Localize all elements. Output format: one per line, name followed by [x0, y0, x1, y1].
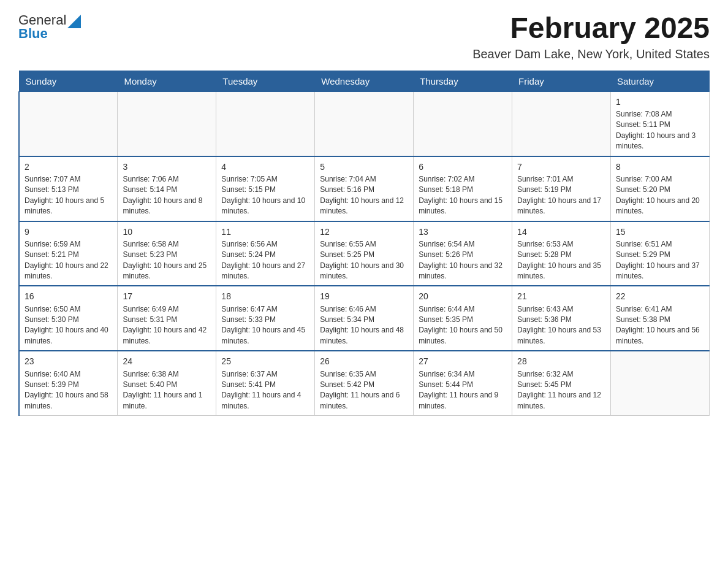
day-number: 13: [419, 226, 507, 238]
day-info: Sunrise: 6:43 AMSunset: 5:36 PMDaylight:…: [517, 304, 605, 347]
calendar-cell: [611, 351, 710, 415]
calendar-cell: 22Sunrise: 6:41 AMSunset: 5:38 PMDayligh…: [611, 286, 710, 351]
calendar-cell: 9Sunrise: 6:59 AMSunset: 5:21 PMDaylight…: [19, 221, 118, 286]
day-info: Sunrise: 6:53 AMSunset: 5:28 PMDaylight:…: [517, 239, 605, 282]
calendar-cell: 11Sunrise: 6:56 AMSunset: 5:24 PMDayligh…: [216, 221, 315, 286]
day-info: Sunrise: 7:07 AMSunset: 5:13 PMDaylight:…: [25, 174, 112, 217]
day-number: 1: [616, 96, 704, 108]
day-number: 21: [517, 290, 605, 302]
day-info: Sunrise: 6:35 AMSunset: 5:42 PMDaylight:…: [320, 369, 408, 412]
calendar-cell: 4Sunrise: 7:05 AMSunset: 5:15 PMDaylight…: [216, 156, 315, 221]
calendar-cell: 5Sunrise: 7:04 AMSunset: 5:16 PMDaylight…: [315, 156, 414, 221]
day-number: 10: [123, 226, 211, 238]
day-number: 27: [419, 355, 507, 367]
day-info: Sunrise: 6:34 AMSunset: 5:44 PMDaylight:…: [419, 369, 507, 412]
calendar-cell: 17Sunrise: 6:49 AMSunset: 5:31 PMDayligh…: [118, 286, 216, 351]
day-number: 20: [419, 290, 507, 302]
calendar-week-row: 2Sunrise: 7:07 AMSunset: 5:13 PMDaylight…: [19, 156, 710, 221]
weekday-header-saturday: Saturday: [611, 71, 710, 91]
calendar-cell: 26Sunrise: 6:35 AMSunset: 5:42 PMDayligh…: [315, 351, 414, 415]
day-info: Sunrise: 6:49 AMSunset: 5:31 PMDaylight:…: [123, 304, 211, 347]
logo: General Blue: [18, 12, 81, 42]
calendar-cell: 7Sunrise: 7:01 AMSunset: 5:19 PMDaylight…: [512, 156, 611, 221]
logo-blue-text: Blue: [18, 26, 48, 42]
day-number: 12: [320, 226, 408, 238]
calendar-cell: 12Sunrise: 6:55 AMSunset: 5:25 PMDayligh…: [315, 221, 414, 286]
weekday-header-monday: Monday: [118, 71, 216, 91]
day-info: Sunrise: 6:46 AMSunset: 5:34 PMDaylight:…: [320, 304, 408, 347]
calendar-cell: [216, 91, 315, 156]
day-info: Sunrise: 7:00 AMSunset: 5:20 PMDaylight:…: [616, 174, 704, 217]
calendar-cell: 13Sunrise: 6:54 AMSunset: 5:26 PMDayligh…: [414, 221, 512, 286]
calendar-cell: 14Sunrise: 6:53 AMSunset: 5:28 PMDayligh…: [512, 221, 611, 286]
day-info: Sunrise: 6:41 AMSunset: 5:38 PMDaylight:…: [616, 304, 704, 347]
day-number: 14: [517, 226, 605, 238]
day-info: Sunrise: 7:06 AMSunset: 5:14 PMDaylight:…: [123, 174, 211, 217]
day-info: Sunrise: 7:05 AMSunset: 5:15 PMDaylight:…: [221, 174, 309, 217]
calendar-week-row: 16Sunrise: 6:50 AMSunset: 5:30 PMDayligh…: [19, 286, 710, 351]
calendar-cell: 16Sunrise: 6:50 AMSunset: 5:30 PMDayligh…: [19, 286, 118, 351]
calendar-cell: 21Sunrise: 6:43 AMSunset: 5:36 PMDayligh…: [512, 286, 611, 351]
weekday-header-tuesday: Tuesday: [216, 71, 315, 91]
day-info: Sunrise: 6:56 AMSunset: 5:24 PMDaylight:…: [221, 239, 309, 282]
day-info: Sunrise: 6:37 AMSunset: 5:41 PMDaylight:…: [221, 369, 309, 412]
page-header: General Blue February 2025 Beaver Dam La…: [18, 12, 710, 61]
svg-marker-0: [67, 15, 81, 28]
calendar-cell: 18Sunrise: 6:47 AMSunset: 5:33 PMDayligh…: [216, 286, 315, 351]
day-number: 25: [221, 355, 309, 367]
day-number: 17: [123, 290, 211, 302]
day-info: Sunrise: 7:04 AMSunset: 5:16 PMDaylight:…: [320, 174, 408, 217]
day-number: 26: [320, 355, 408, 367]
day-number: 19: [320, 290, 408, 302]
day-number: 15: [616, 226, 704, 238]
day-info: Sunrise: 6:38 AMSunset: 5:40 PMDaylight:…: [123, 369, 211, 412]
day-number: 16: [25, 290, 112, 302]
day-number: 9: [25, 226, 112, 238]
calendar-cell: 19Sunrise: 6:46 AMSunset: 5:34 PMDayligh…: [315, 286, 414, 351]
calendar-cell: 20Sunrise: 6:44 AMSunset: 5:35 PMDayligh…: [414, 286, 512, 351]
calendar-cell: 27Sunrise: 6:34 AMSunset: 5:44 PMDayligh…: [414, 351, 512, 415]
calendar-cell: 6Sunrise: 7:02 AMSunset: 5:18 PMDaylight…: [414, 156, 512, 221]
day-info: Sunrise: 6:32 AMSunset: 5:45 PMDaylight:…: [517, 369, 605, 412]
day-info: Sunrise: 6:44 AMSunset: 5:35 PMDaylight:…: [419, 304, 507, 347]
calendar-cell: 10Sunrise: 6:58 AMSunset: 5:23 PMDayligh…: [118, 221, 216, 286]
day-number: 6: [419, 161, 507, 173]
day-info: Sunrise: 6:58 AMSunset: 5:23 PMDaylight:…: [123, 239, 211, 282]
weekday-header-wednesday: Wednesday: [315, 71, 414, 91]
location-subtitle: Beaver Dam Lake, New York, United States: [472, 47, 710, 61]
day-number: 2: [25, 161, 112, 173]
calendar-week-row: 9Sunrise: 6:59 AMSunset: 5:21 PMDaylight…: [19, 221, 710, 286]
calendar-week-row: 23Sunrise: 6:40 AMSunset: 5:39 PMDayligh…: [19, 351, 710, 415]
day-info: Sunrise: 6:47 AMSunset: 5:33 PMDaylight:…: [221, 304, 309, 347]
day-number: 8: [616, 161, 704, 173]
day-number: 5: [320, 161, 408, 173]
calendar-cell: [118, 91, 216, 156]
day-number: 4: [221, 161, 309, 173]
day-info: Sunrise: 7:08 AMSunset: 5:11 PMDaylight:…: [616, 109, 704, 152]
weekday-header-row: SundayMondayTuesdayWednesdayThursdayFrid…: [19, 71, 710, 91]
day-info: Sunrise: 6:51 AMSunset: 5:29 PMDaylight:…: [616, 239, 704, 282]
day-number: 18: [221, 290, 309, 302]
calendar-week-row: 1Sunrise: 7:08 AMSunset: 5:11 PMDaylight…: [19, 91, 710, 156]
day-info: Sunrise: 7:02 AMSunset: 5:18 PMDaylight:…: [419, 174, 507, 217]
day-info: Sunrise: 6:40 AMSunset: 5:39 PMDaylight:…: [25, 369, 112, 412]
day-number: 22: [616, 290, 704, 302]
day-info: Sunrise: 6:55 AMSunset: 5:25 PMDaylight:…: [320, 239, 408, 282]
calendar-cell: 1Sunrise: 7:08 AMSunset: 5:11 PMDaylight…: [611, 91, 710, 156]
weekday-header-sunday: Sunday: [19, 71, 118, 91]
calendar-cell: 23Sunrise: 6:40 AMSunset: 5:39 PMDayligh…: [19, 351, 118, 415]
day-info: Sunrise: 6:59 AMSunset: 5:21 PMDaylight:…: [25, 239, 112, 282]
calendar-cell: 25Sunrise: 6:37 AMSunset: 5:41 PMDayligh…: [216, 351, 315, 415]
calendar-cell: 28Sunrise: 6:32 AMSunset: 5:45 PMDayligh…: [512, 351, 611, 415]
day-info: Sunrise: 6:54 AMSunset: 5:26 PMDaylight:…: [419, 239, 507, 282]
logo-triangle-icon: [67, 15, 81, 28]
calendar-cell: 24Sunrise: 6:38 AMSunset: 5:40 PMDayligh…: [118, 351, 216, 415]
day-info: Sunrise: 7:01 AMSunset: 5:19 PMDaylight:…: [517, 174, 605, 217]
calendar-cell: [315, 91, 414, 156]
month-title: February 2025: [472, 12, 710, 45]
title-section: February 2025 Beaver Dam Lake, New York,…: [472, 12, 710, 61]
calendar-cell: [414, 91, 512, 156]
day-number: 11: [221, 226, 309, 238]
calendar-cell: [512, 91, 611, 156]
calendar-cell: 2Sunrise: 7:07 AMSunset: 5:13 PMDaylight…: [19, 156, 118, 221]
